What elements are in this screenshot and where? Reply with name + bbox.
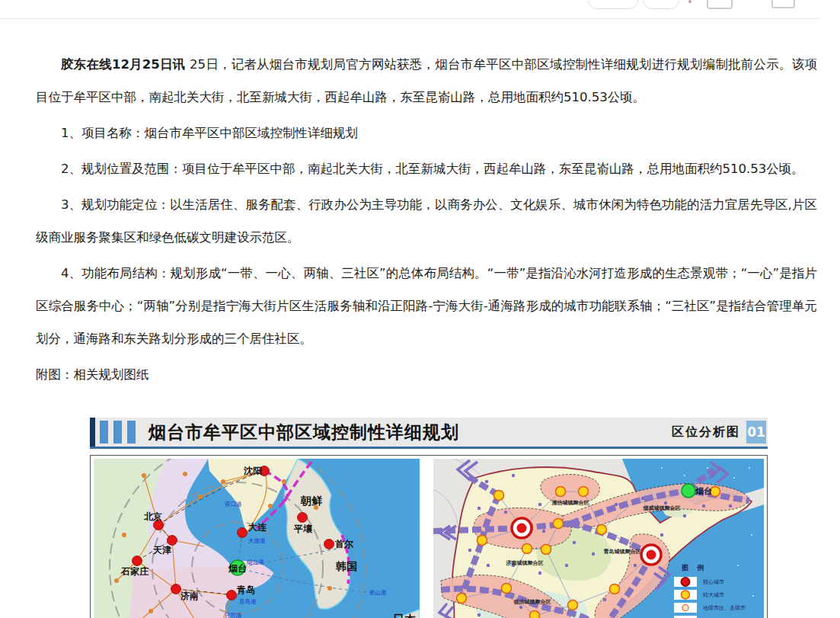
city-label-jinan: 济南 xyxy=(180,591,199,601)
paragraph-intro: 胶东在线12月25日讯 25日，记者从烟台市规划局官方网站获悉，烟台市牟平区中部… xyxy=(36,48,817,114)
country-label-north-korea: 朝鲜 xyxy=(300,495,323,507)
port-label-rizhao: 日照港 xyxy=(225,612,242,618)
regional-location-map: 沈阳 北京 天津 石家庄 济南 青岛 大连 烟台 平壤 首尔 朝鲜 韩国 日本 … xyxy=(94,459,420,618)
news-source-dateline: 胶东在线12月25日讯 xyxy=(61,57,186,72)
legend-item-label: 核心城市 xyxy=(702,578,724,585)
shandong-plan-map: 烟台 烟威城镇聚合区 潍坊城镇聚合区 济南城镇聚合区 青岛城镇聚合区 临沂城镇聚… xyxy=(433,459,764,618)
paragraph-item-1: 1、项目名称：烟台市牟平区中部区域控制性详细规划 xyxy=(36,117,817,149)
browser-toolbar-remnant xyxy=(0,0,840,20)
cluster-label-weifang: 潍坊城镇聚合区 xyxy=(551,500,589,506)
legend-item-label: 地级市区、县级市 xyxy=(702,604,746,611)
notification-dot-icon xyxy=(688,0,691,3)
figure-title: 烟台市牟平区中部区域控制性详细规划 xyxy=(149,421,459,444)
city-label-yantai: 烟台 xyxy=(228,563,247,574)
cluster-label-jinan: 济南城镇聚合区 xyxy=(506,559,544,566)
header-stripes-icon xyxy=(100,421,141,443)
port-label-dalian: 大连港 xyxy=(248,537,266,544)
toolbar-pill-button[interactable] xyxy=(643,0,679,9)
toolbar-pill-button[interactable] xyxy=(588,0,638,9)
figure-header: 烟台市牟平区中部区域控制性详细规划 区位分析图 01 xyxy=(90,418,768,449)
figure-page-number: 01 xyxy=(746,421,766,443)
country-label-south-korea: 韩国 xyxy=(335,560,357,572)
port-label-yantai: 烟台港 xyxy=(247,559,264,565)
port-label-busan: 釜山港 xyxy=(369,589,387,596)
legend-item-label: 特大城市 xyxy=(703,591,724,598)
toolbar-share-icon[interactable] xyxy=(707,0,733,9)
paragraph-item-3: 3、规划功能定位：以生活居住、服务配套、行政办公为主导功能，以商务办公、文化娱乐… xyxy=(36,188,817,254)
planning-figure: 烟台市牟平区中部区域控制性详细规划 区位分析图 01 xyxy=(90,418,768,618)
country-label-japan: 日本 xyxy=(393,613,417,618)
toolbar-window-icon[interactable] xyxy=(771,0,795,8)
yantai-label: 烟台 xyxy=(695,486,712,496)
city-label-tianjin: 天津 xyxy=(152,545,171,556)
paragraph-item-4: 4、功能布局结构：规划形成“一带、一心、两轴、三社区”的总体布局结构。“一带”是… xyxy=(36,257,817,355)
cluster-label-linyi: 临沂城镇聚合区 xyxy=(514,599,551,605)
cluster-label-qingdao: 青岛城镇聚合区 xyxy=(603,548,641,555)
city-label-shijiazhuang: 石家庄 xyxy=(120,566,149,577)
article-body: 胶东在线12月25日讯 25日，记者从烟台市规划局官方网站获悉，烟台市牟平区中部… xyxy=(0,19,840,394)
yantai-highlight-dot xyxy=(682,484,695,498)
paragraph-item-2: 2、规划位置及范围：项目位于牟平区中部，南起北关大街，北至新城大街，西起牟山路，… xyxy=(36,152,817,185)
port-label-yingkou: 营口港 xyxy=(225,501,242,508)
legend-title: 图 例 xyxy=(682,564,707,572)
city-label-beijing: 北京 xyxy=(143,511,162,522)
city-label-qingdao: 青岛 xyxy=(236,584,255,595)
figure-caption: 附图：相关规划图纸 xyxy=(36,358,817,391)
cluster-label-yanwei: 烟威城镇聚合区 xyxy=(643,504,681,511)
city-label-dalian: 大连 xyxy=(248,522,267,533)
figure-maps-row: 沈阳 北京 天津 石家庄 济南 青岛 大连 烟台 平壤 首尔 朝鲜 韩国 日本 … xyxy=(90,455,768,618)
city-label-pyongyang: 平壤 xyxy=(293,524,313,534)
header-accent-bar xyxy=(90,418,95,447)
city-label-shenyang: 沈阳 xyxy=(243,466,262,476)
figure-tag: 区位分析图 xyxy=(672,424,740,440)
port-label-qingdao: 青岛港 xyxy=(239,598,257,605)
city-label-seoul: 首尔 xyxy=(334,539,353,549)
